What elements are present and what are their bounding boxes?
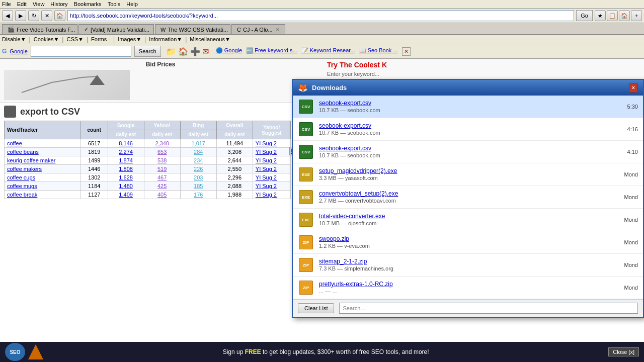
google-favicon: G: [2, 48, 7, 55]
bid-prices-chart: [4, 70, 130, 100]
download-meta: 10.7 KB — seobook.com: [319, 107, 380, 113]
download-filename[interactable]: setup_magicdvdripper(2).exe: [319, 167, 624, 174]
google-label[interactable]: Google: [10, 48, 27, 54]
home-button[interactable]: 🏠: [54, 10, 65, 21]
dialog-close-button[interactable]: ×: [629, 83, 638, 93]
search-input[interactable]: [31, 46, 131, 57]
table-row: coffee makers 1446 1,808 519 226 2,550 Y…: [5, 165, 291, 173]
seobook-logo-area: SEO: [5, 343, 43, 361]
kw-ysugg[interactable]: YI Sug 2: [253, 139, 290, 148]
download-filename[interactable]: convertvobtoavi_setup(2).exe: [319, 190, 624, 197]
table-row: coffee cups 1302 1,628 467 203 2,296 YI …: [5, 173, 291, 182]
css-btn[interactable]: CSS▼: [66, 36, 84, 42]
banner-text: Sign up FREE to get blog updates, $300+ …: [223, 348, 429, 355]
file-type-icon: CSV: [299, 100, 313, 114]
kw-overall: 2,296: [216, 173, 253, 182]
disable-btn[interactable]: Disable▼: [2, 36, 26, 42]
banner-close-button[interactable]: Close [x]: [608, 347, 639, 356]
address-bar[interactable]: [67, 10, 574, 21]
misc-btn[interactable]: Miscellaneous▼: [190, 36, 230, 42]
menu-edit[interactable]: Edit: [17, 1, 27, 7]
cookies-btn[interactable]: Cookies▼: [34, 36, 59, 42]
search-button[interactable]: Search: [134, 46, 161, 57]
bm-close[interactable]: ✕: [402, 47, 411, 56]
kw-keyword[interactable]: coffee mugs: [5, 182, 81, 191]
tab-free-video[interactable]: 🎬 Free Video Tutorials F... ✕: [2, 24, 77, 34]
dialog-title-left: 🦊 Downloads: [298, 83, 347, 93]
tab-cj[interactable]: C CJ - A Glo... ✕: [231, 24, 285, 34]
bm-free-kw[interactable]: 🔤 Free keyword s...: [246, 47, 297, 56]
tab-w3c[interactable]: W The W3C CSS Validati... ✕: [155, 24, 230, 34]
menu-bookmarks[interactable]: Bookmarks: [74, 1, 102, 7]
images-btn[interactable]: Images▼: [118, 36, 141, 42]
download-filename[interactable]: total-video-converter.exe: [319, 213, 624, 220]
bm-seobook[interactable]: 📖 Seo Book ...: [359, 47, 398, 56]
download-meta: 2.7 MB — convertvobtoavi.com: [319, 198, 396, 204]
nav-bar: ◀ ▶ ↻ ✕ 🏠 Go ★ 📋 🏠 +: [0, 9, 644, 23]
kw-ysugg[interactable]: YI Sug 2: [253, 182, 290, 191]
download-info: sitemap_2-1-2.zip 7.3 KB — simplemachine…: [319, 258, 624, 272]
menu-view[interactable]: View: [33, 1, 45, 7]
back-button[interactable]: ◀: [2, 10, 13, 21]
forms-btn[interactable]: Forms -: [91, 36, 110, 42]
download-meta: 10.7 KB — seobook.com: [319, 130, 380, 136]
download-filename[interactable]: seobook-export.csv: [319, 122, 627, 129]
download-time: 4:16: [627, 126, 638, 132]
download-meta: 1.2 KB — v-eva.com: [319, 243, 370, 249]
tab-close-icon2[interactable]: ✕: [152, 27, 154, 32]
bm-google[interactable]: 🔵 Google: [216, 47, 243, 56]
tab-close-icon4[interactable]: ✕: [276, 27, 280, 32]
kw-wt: 6517: [80, 139, 108, 148]
menu-history[interactable]: History: [50, 1, 67, 7]
kw-ysugg[interactable]: YI Sug 2: [253, 156, 290, 165]
download-filename[interactable]: prettyurls-extras-1.0-RC.zip: [319, 281, 624, 288]
kw-ysugg[interactable]: YI Sug 2: [253, 173, 290, 182]
kw-keyword[interactable]: keurig coffee maker: [5, 156, 81, 165]
download-file-icon: EXE: [298, 212, 314, 228]
download-filename[interactable]: sitemap_2-1-2.zip: [319, 258, 624, 265]
kw-keyword[interactable]: coffee break: [5, 191, 81, 199]
download-item: EXE setup_magicdvdripper(2).exe 3.3 MB —…: [293, 163, 643, 186]
star-button[interactable]: ★: [595, 10, 606, 21]
kw-ysugg[interactable]: YI Sug 2: [253, 148, 290, 156]
menu-file[interactable]: File: [2, 1, 11, 7]
kw-overall: 3,208: [216, 148, 253, 156]
download-filename[interactable]: seobook-export.csv: [319, 145, 627, 152]
reload-button[interactable]: ↻: [28, 10, 39, 21]
download-meta: 7.3 KB — simplemachines.org: [319, 265, 393, 272]
go-button[interactable]: Go: [576, 10, 593, 21]
menu-tools[interactable]: Tools: [108, 1, 121, 7]
tools2-button[interactable]: +: [631, 10, 642, 21]
rss-button[interactable]: 📋: [607, 10, 618, 21]
kw-ysugg[interactable]: YI Sug 2: [253, 191, 290, 199]
table-row: keurig coffee maker 1499 1,874 538 234 2…: [5, 156, 291, 165]
kw-yahoo: 467: [144, 173, 180, 182]
downloads-search-input[interactable]: [339, 303, 638, 314]
downloads-title: Downloads: [312, 84, 347, 92]
stop-button[interactable]: ✕: [41, 10, 52, 21]
download-filename[interactable]: seobook-export.csv: [319, 100, 627, 107]
bookmarks-bar: 🔵 Google 🔤 Free keyword s... 📝 Keyword R…: [216, 47, 411, 56]
tab-label2: [Valid] Markup Validati...: [91, 27, 149, 33]
forward-button[interactable]: ▶: [15, 10, 26, 21]
kw-overall: 11,494: [216, 139, 253, 148]
th-bing-sub: daily est: [180, 130, 216, 139]
kw-keyword[interactable]: coffee beans: [5, 148, 81, 156]
information-btn[interactable]: Information▼: [149, 36, 182, 42]
download-filename[interactable]: swoopo.zip: [319, 235, 624, 242]
clear-list-button[interactable]: Clear List: [298, 303, 334, 313]
download-info: prettyurls-extras-1.0-RC.zip ... — ...: [319, 281, 624, 295]
bm-kw-research[interactable]: 📝 Keyword Resear...: [301, 47, 355, 56]
tab-markup[interactable]: ✓ [Valid] Markup Validati... ✕: [78, 24, 154, 34]
kw-ysugg[interactable]: YI Sug 2: [253, 165, 290, 173]
kw-keyword[interactable]: coffee: [5, 139, 81, 148]
menu-help[interactable]: Help: [126, 1, 138, 7]
kw-keyword[interactable]: coffee cups: [5, 173, 81, 182]
downloads-dialog: 🦊 Downloads × CSV seobook-export.csv 10.…: [292, 79, 644, 318]
kw-keyword[interactable]: coffee makers: [5, 165, 81, 173]
export-icon: [4, 106, 16, 118]
kw-bing: 284: [180, 148, 216, 156]
home2-button[interactable]: 🏠: [619, 10, 630, 21]
kw-bing: 203: [180, 173, 216, 182]
kw-wt: 1184: [80, 182, 108, 191]
